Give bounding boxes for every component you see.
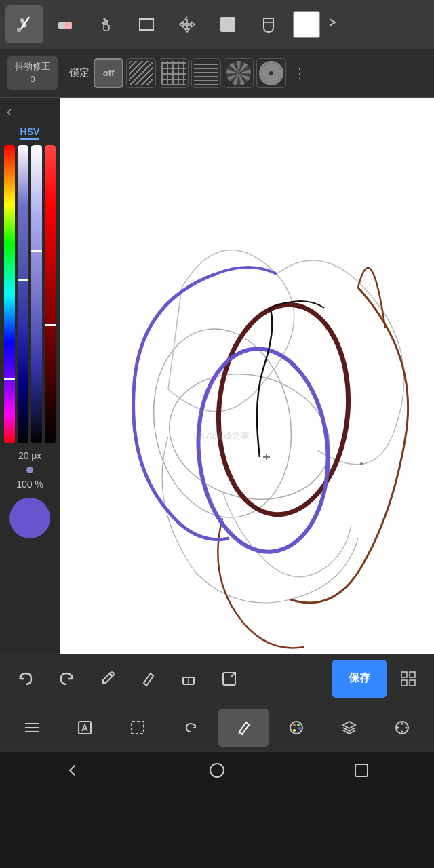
move-tool-btn[interactable]: [168, 5, 206, 43]
expand-btn[interactable]: [326, 12, 339, 37]
opacity-dot: [26, 467, 33, 473]
nav-home-btn[interactable]: [189, 755, 245, 789]
svg-rect-0: [17, 28, 21, 32]
lock-circles-btn[interactable]: [256, 58, 286, 88]
settings-btn[interactable]: [377, 709, 427, 747]
svg-rect-20: [410, 672, 415, 677]
svg-rect-4: [65, 22, 72, 29]
svg-point-32: [298, 727, 301, 730]
shake-value: 0: [15, 73, 50, 85]
redo-btn[interactable]: [47, 660, 85, 698]
undo-btn[interactable]: [7, 660, 45, 698]
second-toolbar: 抖动修正 0 锁定 off: [0, 49, 434, 98]
saturation-slider[interactable]: [18, 145, 28, 443]
lock-options: off: [94, 58, 286, 88]
palette-btn[interactable]: [271, 709, 321, 747]
lock-horiz-btn[interactable]: [191, 58, 221, 88]
lock-section: 锁定 off: [69, 58, 307, 88]
back-btn[interactable]: ‹: [7, 103, 12, 121]
left-panel: ‹ HSV 20 px 100 %: [0, 98, 60, 654]
nav-back-btn[interactable]: [44, 755, 101, 789]
svg-rect-22: [410, 680, 415, 686]
color-sliders[interactable]: [4, 145, 56, 443]
svg-rect-28: [132, 722, 144, 734]
svg-point-10: [190, 343, 336, 557]
canvas-area[interactable]: K73游戏之家: [60, 98, 434, 654]
rays-hatch-icon: [226, 61, 251, 85]
menu-btn[interactable]: [7, 709, 57, 747]
export-btn[interactable]: [210, 660, 248, 698]
svg-rect-5: [140, 19, 153, 30]
circles-hatch-icon: [259, 61, 283, 85]
color-preview[interactable]: [9, 498, 50, 538]
eraser-tool-btn[interactable]: [46, 5, 84, 43]
svg-point-13: [360, 462, 363, 465]
select-btn[interactable]: [113, 709, 163, 747]
bottom-toolbar1: 保存: [0, 654, 434, 703]
shake-correction-btn[interactable]: 抖动修正 0: [7, 56, 58, 89]
layers-btn[interactable]: [324, 709, 374, 747]
nav-bar: [0, 751, 434, 792]
lock-grid-btn[interactable]: [159, 58, 189, 88]
main-area: ‹ HSV 20 px 100 %: [0, 98, 434, 654]
lock-rays-btn[interactable]: [224, 58, 254, 88]
lock-label: 锁定: [69, 66, 90, 79]
hsv-mode-btn[interactable]: HSV: [20, 126, 40, 140]
bottom-toolbar2: [0, 703, 434, 751]
svg-rect-19: [401, 672, 407, 677]
svg-point-33: [293, 729, 296, 732]
eyedropper-btn[interactable]: [88, 660, 126, 698]
rotate-btn[interactable]: [165, 709, 216, 747]
edit-btn[interactable]: [60, 709, 110, 747]
lock-off-btn[interactable]: off: [94, 58, 123, 88]
shake-label: 抖动修正: [15, 60, 50, 73]
svg-point-37: [397, 726, 399, 728]
pencil-tool-btn[interactable]: [5, 5, 43, 43]
eraser-small-btn[interactable]: [170, 660, 208, 698]
svg-point-35: [401, 722, 403, 724]
svg-rect-6: [220, 17, 235, 32]
svg-point-30: [293, 724, 296, 726]
svg-point-38: [406, 726, 408, 728]
more-options-btn[interactable]: ⋮: [293, 65, 307, 81]
top-toolbar: [0, 0, 434, 49]
grid-hatch-icon: [161, 61, 186, 85]
pen-btn[interactable]: [218, 709, 269, 747]
hand-tool-btn[interactable]: [87, 5, 125, 43]
nav-recent-btn[interactable]: [333, 755, 390, 789]
grid-btn[interactable]: [389, 660, 427, 698]
svg-rect-16: [189, 677, 194, 684]
svg-point-36: [401, 730, 403, 732]
hue-slider[interactable]: [4, 145, 15, 443]
lock-diag-btn[interactable]: [126, 58, 156, 88]
opacity-slider[interactable]: [45, 145, 56, 443]
value-slider[interactable]: [31, 145, 42, 443]
svg-rect-40: [355, 764, 368, 776]
svg-point-39: [210, 764, 224, 777]
brush-size-label: 20 px: [18, 450, 41, 461]
color-swatch[interactable]: [293, 11, 320, 38]
diag-hatch-icon: [129, 61, 153, 85]
lock-off-label: off: [103, 68, 115, 78]
rectangle-tool-btn[interactable]: [127, 5, 165, 43]
svg-rect-21: [401, 680, 407, 686]
svg-point-31: [297, 724, 300, 726]
bucket-tool-btn[interactable]: [250, 5, 288, 43]
opacity-label: 100 %: [16, 479, 43, 490]
brush-pencil-btn[interactable]: [129, 660, 167, 698]
fill-tool-btn[interactable]: [209, 5, 247, 43]
save-btn[interactable]: 保存: [332, 660, 387, 698]
horiz-hatch-icon: [194, 61, 218, 85]
